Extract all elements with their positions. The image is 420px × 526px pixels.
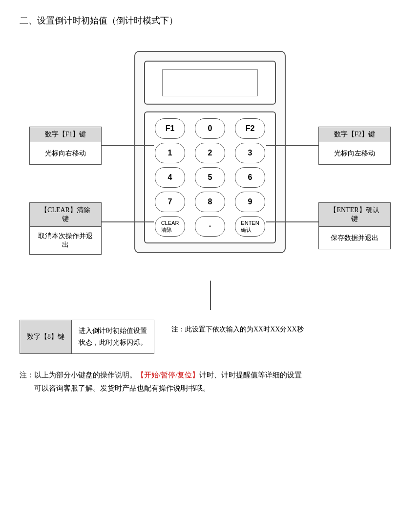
footer-black1: 注：以上为部分小键盘的操作说明。 [20,371,137,379]
num8-label: 数字【8】键 [20,320,72,354]
key-2[interactable]: 2 [195,143,225,163]
keypad: F1 0 F2 1 2 3 4 5 6 7 [144,111,276,243]
ann-f1-header: 数字【F1】键 [30,127,101,142]
diagram-container: F1 0 F2 1 2 3 4 5 6 7 [20,41,400,315]
footer-red: 【开始/暂停/复位】 [137,371,199,379]
ann-clear-body: 取消本次操作并退出 [30,227,101,254]
key-3[interactable]: 3 [235,143,265,163]
key-row-4: 7 8 9 [150,192,270,212]
screen-area [144,61,276,105]
device: F1 0 F2 1 2 3 4 5 6 7 [134,51,286,253]
key-row-5: CLEAR清除 · ENTEN确认 [150,216,270,237]
screen-inner [162,69,258,96]
v-line-num8 [210,281,211,310]
key-clear[interactable]: CLEAR清除 [155,216,185,237]
h-line-f2 [266,145,318,146]
bottom-section: 数字【8】键 进入倒计时初始值设置状态，此时光标闪烁。 注：此设置下依次输入的为… [20,320,400,354]
num8-desc: 进入倒计时初始值设置状态，此时光标闪烁。 [72,320,154,354]
h-line-clear [102,221,154,222]
h-line-enter [266,221,318,222]
page-title: 二、设置倒计时初始值（倒计时模式下） [20,15,400,26]
ann-enter-body: 保存数据并退出 [319,227,390,249]
annotation-f1: 数字【F1】键 光标向右移动 [29,127,102,165]
key-0[interactable]: 0 [195,118,225,139]
key-row-1: F1 0 F2 [150,118,270,139]
annotation-enter: 【ENTER】确认键 保存数据并退出 [318,202,391,249]
key-7[interactable]: 7 [155,192,185,212]
ann-f1-body: 光标向右移动 [30,142,101,164]
key-4[interactable]: 4 [155,167,185,188]
key-row-2: 1 2 3 [150,143,270,163]
key-8[interactable]: 8 [195,192,225,212]
num8-group: 数字【8】键 进入倒计时初始值设置状态，此时光标闪烁。 [20,320,154,354]
key-row-3: 4 5 6 [150,167,270,188]
key-f1[interactable]: F1 [155,118,185,139]
ann-enter-header: 【ENTER】确认键 [319,203,390,227]
annotation-f2: 数字【F2】键 光标向左移动 [318,127,391,165]
footer-line2-text: 可以咨询客服了解。发货时产品也配有操作说明书哦。 [34,384,210,392]
footer-line2 [20,384,34,392]
key-dot[interactable]: · [195,216,225,237]
key-9[interactable]: 9 [235,192,265,212]
footer-black2: 计时、计时提醒值等详细的设置 [199,371,302,379]
h-line-f1 [102,145,154,146]
ann-clear-header: 【CLEAR】清除键 [30,203,101,227]
annotation-clear: 【CLEAR】清除键 取消本次操作并退出 [29,202,102,255]
footer-note: 注：以上为部分小键盘的操作说明。【开始/暂停/复位】计时、计时提醒值等详细的设置… [20,369,400,395]
key-f2[interactable]: F2 [235,118,265,139]
ann-f2-header: 数字【F2】键 [319,127,390,142]
key-enter[interactable]: ENTEN确认 [235,216,265,237]
ann-f2-body: 光标向左移动 [319,142,390,164]
key-6[interactable]: 6 [235,167,265,188]
key-1[interactable]: 1 [155,143,185,163]
key-5[interactable]: 5 [195,167,225,188]
bottom-note: 注：此设置下依次输入的为XX时XX分XX秒 [171,320,304,335]
